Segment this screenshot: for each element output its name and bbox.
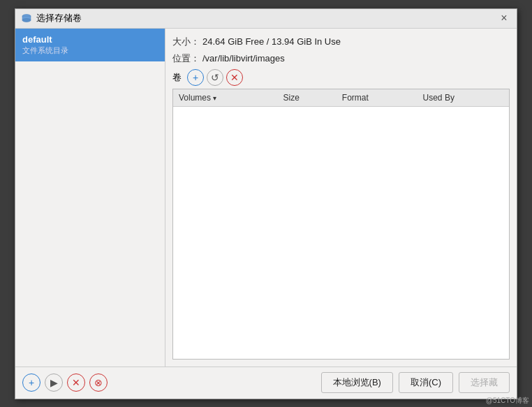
location-label: 位置：	[172, 52, 200, 65]
size-label: 大小：	[172, 36, 200, 48]
col-format[interactable]: Format	[337, 89, 418, 107]
delete-volume-button[interactable]: ✕	[226, 69, 243, 86]
title-bar: 选择存储卷 ×	[15, 9, 517, 29]
size-row: 大小： 24.64 GiB Free / 13.94 GiB In Use	[172, 36, 510, 48]
select-button[interactable]: 选择藏	[459, 372, 510, 393]
sidebar-item-default[interactable]: default 文件系统目录	[15, 29, 165, 61]
table-header-row: Volumes Size Format Used By	[173, 89, 509, 107]
volumes-toolbar: 卷 + ↺ ✕	[172, 69, 510, 86]
footer-left: + ▶ ✕ ⊗	[22, 373, 108, 392]
footer-right: 本地浏览(B) 取消(C) 选择藏	[321, 372, 510, 393]
dialog-body: default 文件系统目录 大小： 24.64 GiB Free / 13.9…	[15, 29, 517, 367]
volumes-table: Volumes Size Format Used By	[173, 89, 509, 107]
footer-delete-button[interactable]: ✕	[67, 373, 85, 392]
col-used-by[interactable]: Used By	[418, 89, 509, 107]
add-volume-button[interactable]: +	[187, 69, 204, 86]
volumes-table-container: Volumes Size Format Used By	[172, 89, 510, 360]
location-row: 位置： /var/lib/libvirt/images	[172, 52, 510, 65]
volumes-label: 卷	[172, 71, 182, 84]
dialog-footer: + ▶ ✕ ⊗ 本地浏览(B) 取消(C) 选择藏	[15, 367, 517, 399]
dialog-title: 选择存储卷	[36, 12, 82, 24]
main-panel: 大小： 24.64 GiB Free / 13.94 GiB In Use 位置…	[165, 29, 517, 367]
cancel-button[interactable]: 取消(C)	[399, 372, 453, 393]
col-size[interactable]: Size	[278, 89, 337, 107]
browse-button[interactable]: 本地浏览(B)	[321, 372, 393, 393]
col-volumes[interactable]: Volumes	[173, 89, 278, 107]
location-value: /var/lib/libvirt/images	[202, 53, 285, 64]
footer-stop-button[interactable]: ⊗	[89, 373, 108, 392]
footer-play-button[interactable]: ▶	[45, 373, 63, 392]
refresh-button[interactable]: ↺	[207, 69, 223, 86]
sidebar: default 文件系统目录	[15, 29, 165, 367]
storage-icon	[21, 13, 32, 24]
dialog: 选择存储卷 × default 文件系统目录 大小： 24.64 GiB Fre…	[15, 8, 517, 399]
title-bar-left: 选择存储卷	[21, 12, 82, 24]
footer-add-button[interactable]: +	[22, 373, 40, 392]
sidebar-item-desc: 文件系统目录	[22, 45, 158, 56]
svg-point-2	[22, 19, 31, 22]
volumes-section: 卷 + ↺ ✕ Volumes Size Format Used By	[172, 69, 510, 360]
close-button[interactable]: ×	[497, 11, 511, 25]
sidebar-item-name: default	[22, 34, 158, 45]
size-value: 24.64 GiB Free / 13.94 GiB In Use	[202, 36, 341, 47]
